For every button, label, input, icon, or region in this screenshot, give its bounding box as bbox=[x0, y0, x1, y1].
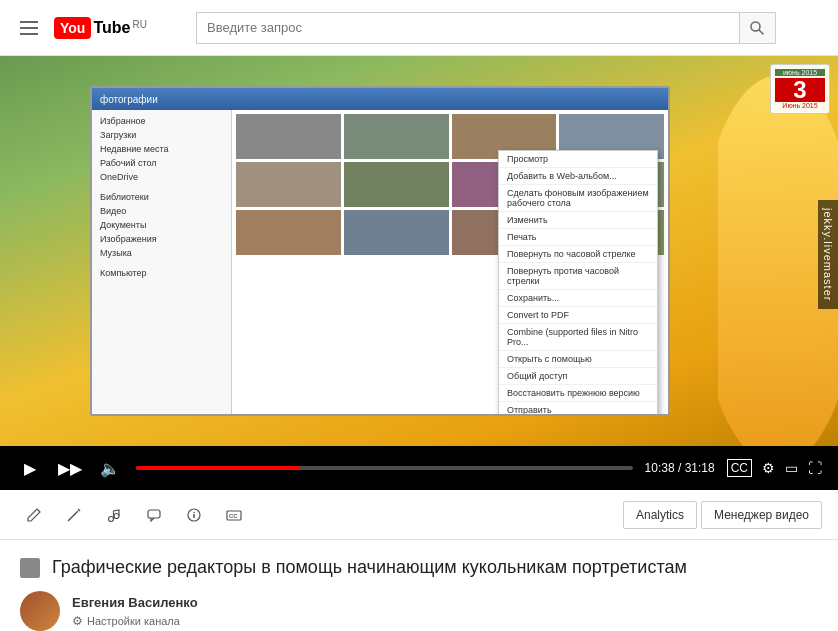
controls-right: CC ⚙ ▭ ⛶ bbox=[727, 459, 822, 477]
analytics-button[interactable]: Analytics bbox=[623, 501, 697, 529]
speech-button[interactable] bbox=[136, 497, 172, 533]
video-controls: ▶ ▶▶ 🔈 10:38 / 31:18 CC ⚙ ▭ ⛶ bbox=[0, 446, 838, 490]
gear-icon: ⚙ bbox=[72, 614, 83, 628]
video-screenshot: фотографии Избранное Загрузки Недавние м… bbox=[90, 86, 670, 416]
author-name: Евгения Василенко bbox=[72, 595, 198, 610]
search-bar bbox=[196, 12, 776, 44]
search-button[interactable] bbox=[739, 12, 776, 44]
search-icon bbox=[749, 20, 765, 36]
theater-button[interactable]: ▭ bbox=[785, 460, 798, 476]
youtube-logo[interactable]: You Tube RU bbox=[54, 17, 147, 39]
wand-icon bbox=[66, 507, 82, 523]
captions-button[interactable]: CC bbox=[727, 459, 752, 477]
site-header: You Tube RU bbox=[0, 0, 838, 56]
channel-settings[interactable]: ⚙ Настройки канала bbox=[72, 614, 198, 628]
youtube-tube: Tube bbox=[93, 19, 130, 37]
svg-line-1 bbox=[759, 30, 763, 34]
svg-rect-6 bbox=[148, 510, 160, 518]
video-section: фотографии Избранное Загрузки Недавние м… bbox=[0, 56, 838, 490]
time-display: 10:38 / 31:18 bbox=[645, 461, 715, 475]
speech-icon bbox=[146, 507, 162, 523]
context-menu: Просмотр Добавить в Web-альбом... Сделат… bbox=[498, 150, 658, 416]
svg-line-2 bbox=[68, 511, 78, 521]
progress-bar[interactable] bbox=[136, 466, 633, 470]
video-toolbar: CC Analytics Менеджер видео bbox=[0, 490, 838, 540]
play-button[interactable]: ▶ bbox=[16, 454, 44, 482]
captions-icon: CC bbox=[226, 507, 242, 523]
youtube-you: You bbox=[54, 17, 91, 39]
watermark: jekky.livemaster bbox=[818, 200, 838, 309]
settings-label: Настройки канала bbox=[87, 615, 180, 627]
video-player[interactable]: фотографии Избранное Загрузки Недавние м… bbox=[0, 56, 838, 446]
search-input[interactable] bbox=[196, 12, 739, 44]
author-avatar bbox=[20, 591, 60, 631]
edit-button[interactable] bbox=[16, 497, 52, 533]
svg-line-3 bbox=[78, 509, 80, 511]
calendar-widget: июнь 2015 3 Июнь 2015 bbox=[770, 64, 830, 114]
svg-point-9 bbox=[193, 511, 195, 513]
video-type-icon bbox=[20, 558, 40, 578]
music-button[interactable] bbox=[96, 497, 132, 533]
info-icon bbox=[186, 507, 202, 523]
music-icon bbox=[106, 507, 122, 523]
progress-fill bbox=[136, 466, 300, 470]
magic-button[interactable] bbox=[56, 497, 92, 533]
svg-point-5 bbox=[114, 513, 119, 518]
author-info: Евгения Василенко ⚙ Настройки канала bbox=[72, 595, 198, 628]
next-button[interactable]: ▶▶ bbox=[56, 454, 84, 482]
svg-text:CC: CC bbox=[229, 513, 238, 519]
captions-toolbar-button[interactable]: CC bbox=[216, 497, 252, 533]
info-button[interactable] bbox=[176, 497, 212, 533]
settings-button[interactable]: ⚙ bbox=[762, 460, 775, 476]
video-title: Графические редакторы в помощь начинающи… bbox=[52, 556, 687, 579]
fullscreen-button[interactable]: ⛶ bbox=[808, 460, 822, 476]
hamburger-menu[interactable] bbox=[16, 17, 42, 39]
youtube-ru: RU bbox=[132, 19, 146, 30]
header-left: You Tube RU bbox=[16, 17, 196, 39]
manager-button[interactable]: Менеджер видео bbox=[701, 501, 822, 529]
pencil-icon bbox=[26, 507, 42, 523]
author-row: Евгения Василенко ⚙ Настройки канала bbox=[20, 591, 818, 631]
svg-point-4 bbox=[109, 516, 114, 521]
video-info: Графические редакторы в помощь начинающи… bbox=[0, 540, 838, 631]
title-row: Графические редакторы в помощь начинающи… bbox=[20, 556, 818, 579]
volume-button[interactable]: 🔈 bbox=[96, 454, 124, 482]
